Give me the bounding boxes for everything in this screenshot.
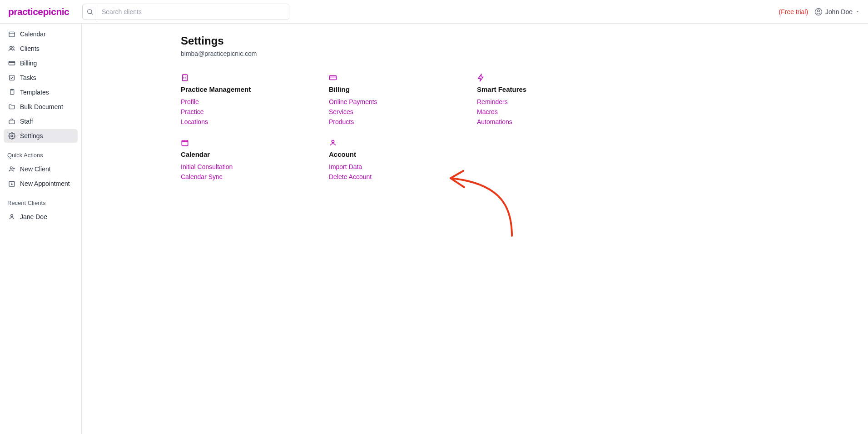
settings-link-initial-consultation[interactable]: Initial Consultation	[181, 162, 329, 172]
sidebar-item-tasks[interactable]: Tasks	[4, 71, 78, 85]
settings-link-online-payments[interactable]: Online Payments	[329, 97, 477, 107]
sidebar-item-calendar[interactable]: Calendar	[4, 27, 78, 41]
settings-link-delete-account[interactable]: Delete Account	[329, 172, 477, 182]
card-title: Account	[329, 150, 477, 158]
quick-actions-label: Quick Actions	[4, 144, 78, 161]
clients-icon	[8, 45, 15, 52]
svg-rect-29	[330, 76, 337, 80]
settings-link-profile[interactable]: Profile	[181, 97, 329, 107]
search-icon	[83, 4, 97, 20]
sidebar-item-label: Billing	[20, 60, 37, 67]
quick-action-label: New Appointment	[20, 180, 70, 187]
search-input[interactable]	[97, 4, 289, 20]
sidebar-item-label: Templates	[20, 89, 49, 96]
recent-client-label: Jane Doe	[20, 213, 47, 220]
user-avatar-icon	[814, 8, 823, 16]
folder-icon	[8, 103, 15, 110]
svg-point-0	[87, 9, 91, 13]
svg-point-33	[332, 140, 334, 142]
sidebar-item-label: Clients	[20, 45, 40, 52]
sidebar-item-staff[interactable]: Staff	[4, 115, 78, 128]
sidebar-item-label: Bulk Document	[20, 103, 63, 110]
svg-rect-8	[9, 61, 15, 65]
settings-link-services[interactable]: Services	[329, 107, 477, 117]
svg-point-7	[13, 47, 14, 48]
svg-rect-13	[9, 120, 15, 124]
svg-rect-31	[182, 140, 188, 146]
quick-action-new-client[interactable]: New Client	[4, 162, 78, 176]
lightning-icon	[477, 74, 485, 82]
settings-card-smart-features: Smart Features Reminders Macros Automati…	[477, 74, 625, 127]
add-calendar-icon	[8, 180, 15, 187]
page-title: Settings	[181, 35, 680, 47]
page-subtitle: bimba@practicepicnic.com	[181, 50, 680, 57]
settings-card-account: Account Import Data Delete Account	[329, 139, 477, 182]
sidebar-item-label: Staff	[20, 118, 33, 125]
chevron-down-icon	[855, 10, 860, 14]
card-title: Practice Management	[181, 85, 329, 93]
tasks-icon	[8, 74, 15, 81]
card-title: Calendar	[181, 150, 329, 158]
calendar-icon	[8, 30, 15, 38]
sidebar-item-bulk-document[interactable]: Bulk Document	[4, 100, 78, 114]
sidebar-item-billing[interactable]: Billing	[4, 56, 78, 70]
add-user-icon	[8, 165, 15, 173]
user-name: John Doe	[825, 8, 853, 15]
sidebar-item-label: Settings	[20, 132, 43, 140]
settings-link-products[interactable]: Products	[329, 117, 477, 127]
settings-link-practice[interactable]: Practice	[181, 107, 329, 117]
templates-icon	[8, 89, 15, 96]
svg-point-14	[11, 135, 13, 137]
main-content: Settings bimba@practicepicnic.com Practi…	[82, 24, 868, 434]
sidebar-item-label: Tasks	[20, 74, 36, 81]
settings-link-automations[interactable]: Automations	[477, 117, 625, 127]
svg-line-1	[91, 13, 93, 15]
recent-clients-label: Recent Clients	[4, 191, 78, 209]
svg-rect-10	[10, 75, 15, 80]
trial-badge[interactable]: (Free trial)	[779, 8, 808, 15]
search-box[interactable]	[82, 4, 289, 20]
sidebar-item-settings[interactable]: Settings	[4, 129, 78, 143]
settings-link-calendar-sync[interactable]: Calendar Sync	[181, 172, 329, 182]
settings-card-billing: Billing Online Payments Services Product…	[329, 74, 477, 127]
sidebar-item-templates[interactable]: Templates	[4, 85, 78, 99]
settings-link-macros[interactable]: Macros	[477, 107, 625, 117]
person-icon	[329, 139, 337, 147]
svg-point-3	[818, 10, 820, 12]
settings-card-practice-management: Practice Management Profile Practice Loc…	[181, 74, 329, 127]
sidebar-item-clients[interactable]: Clients	[4, 42, 78, 55]
building-icon	[181, 74, 189, 82]
recent-client-item[interactable]: Jane Doe	[4, 210, 78, 224]
svg-rect-4	[9, 32, 15, 37]
settings-link-import-data[interactable]: Import Data	[329, 162, 477, 172]
card-title: Billing	[329, 85, 477, 93]
svg-rect-22	[183, 75, 188, 81]
settings-link-reminders[interactable]: Reminders	[477, 97, 625, 107]
svg-point-21	[11, 215, 13, 217]
billing-icon	[8, 60, 15, 67]
settings-link-locations[interactable]: Locations	[181, 117, 329, 127]
quick-action-label: New Client	[20, 165, 51, 173]
svg-point-6	[10, 46, 12, 49]
user-menu[interactable]: John Doe	[814, 8, 860, 16]
quick-action-new-appointment[interactable]: New Appointment	[4, 177, 78, 190]
sidebar: Calendar Clients Billing Tasks Templates…	[0, 24, 82, 434]
person-icon	[8, 213, 15, 220]
svg-point-15	[10, 167, 12, 169]
card-title: Smart Features	[477, 85, 625, 93]
sidebar-item-label: Calendar	[20, 30, 46, 38]
calendar-icon	[181, 139, 189, 147]
gear-icon	[8, 132, 15, 140]
brand-logo: practicepicnic	[8, 6, 82, 17]
topbar: practicepicnic (Free trial) John Doe	[0, 0, 868, 24]
briefcase-icon	[8, 118, 15, 125]
credit-card-icon	[329, 74, 337, 82]
settings-card-calendar: Calendar Initial Consultation Calendar S…	[181, 139, 329, 182]
